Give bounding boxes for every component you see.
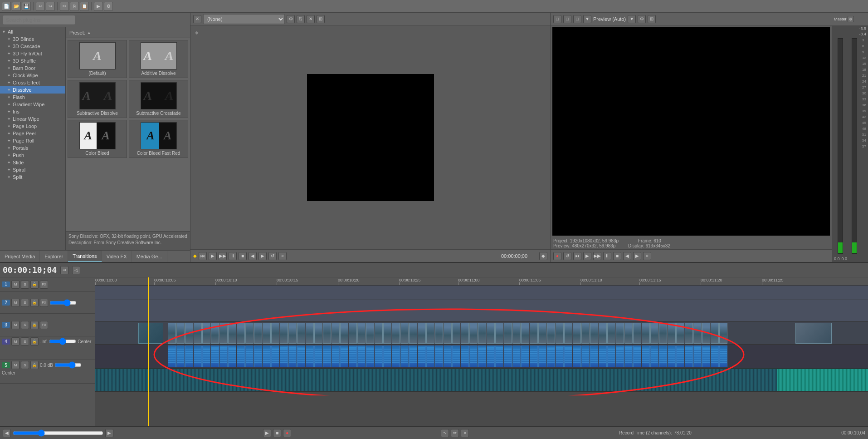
audio-clip-48[interactable] bbox=[581, 345, 590, 367]
video-clip-1[interactable] bbox=[176, 323, 185, 344]
track-mute-1[interactable]: M bbox=[11, 281, 20, 289]
preview-expand-btn[interactable]: ⊞ bbox=[317, 15, 325, 23]
r-play-fast-btn[interactable]: ▶▶ bbox=[593, 252, 601, 260]
track-volume-5[interactable] bbox=[54, 363, 82, 367]
category-3d-blinds[interactable]: ✦ 3D Blinds bbox=[0, 35, 65, 43]
audio-clip-7[interactable] bbox=[228, 345, 236, 367]
audio-clip-28[interactable] bbox=[409, 345, 417, 367]
audio-clip-37[interactable] bbox=[487, 345, 495, 367]
video-clip-9[interactable] bbox=[245, 323, 254, 344]
audio-clip-49[interactable] bbox=[590, 345, 598, 367]
category-spiral[interactable]: ✦ Spiral bbox=[0, 166, 65, 173]
preset-additive-dissolve[interactable]: A A Additive Dissolve bbox=[129, 40, 188, 78]
open-btn[interactable]: 📂 bbox=[12, 2, 21, 11]
audio-clip-64[interactable] bbox=[719, 345, 727, 367]
audio-clip-26[interactable] bbox=[392, 345, 400, 367]
track-fx-1[interactable]: FX bbox=[40, 281, 48, 289]
audio-clip-4[interactable] bbox=[202, 345, 210, 367]
tl-btn2[interactable]: ◁ bbox=[72, 266, 80, 274]
preview-close-btn[interactable]: ✕ bbox=[307, 15, 315, 23]
video-clip-19[interactable] bbox=[332, 323, 340, 344]
right-panel-btn1[interactable]: □ bbox=[553, 15, 561, 23]
redo-btn[interactable]: ↪ bbox=[46, 2, 55, 11]
category-page-loop[interactable]: ✦ Page Loop bbox=[0, 123, 65, 130]
track-solo-2[interactable]: S bbox=[21, 299, 29, 307]
clip-end-thumb[interactable] bbox=[795, 323, 832, 344]
audio-clip-0[interactable] bbox=[168, 345, 176, 367]
audio-clip-36[interactable] bbox=[478, 345, 486, 367]
audio-clip-14[interactable] bbox=[288, 345, 297, 367]
video-clip-10[interactable] bbox=[254, 323, 262, 344]
r-loop-btn[interactable]: ↺ bbox=[563, 252, 571, 260]
tl-tool-edit[interactable]: ✏ bbox=[451, 429, 459, 437]
audio-clip-44[interactable] bbox=[547, 345, 555, 367]
right-panel-btn4[interactable]: ▼ bbox=[583, 15, 591, 23]
video-clip-63[interactable] bbox=[711, 323, 719, 344]
video-clip-17[interactable] bbox=[314, 323, 322, 344]
save-btn[interactable]: 💾 bbox=[22, 2, 31, 11]
audio-clip-51[interactable] bbox=[607, 345, 615, 367]
video-clip-56[interactable] bbox=[650, 323, 658, 344]
track-lock-5[interactable]: 🔒 bbox=[30, 361, 39, 369]
category-iris[interactable]: ✦ Iris bbox=[0, 108, 65, 115]
video-clip-49[interactable] bbox=[590, 323, 598, 344]
audio-clip-24[interactable] bbox=[375, 345, 383, 367]
preview-auto-dropdown[interactable]: ▼ bbox=[628, 15, 636, 23]
video-clip-53[interactable] bbox=[624, 323, 633, 344]
audio-clip-23[interactable] bbox=[366, 345, 374, 367]
video-clip-57[interactable] bbox=[659, 323, 667, 344]
audio-clip-22[interactable] bbox=[357, 345, 366, 367]
video-clip-4[interactable] bbox=[202, 323, 210, 344]
audio-clip-18[interactable] bbox=[323, 345, 331, 367]
video-clip-55[interactable] bbox=[642, 323, 650, 344]
right-panel-btn3[interactable]: □ bbox=[573, 15, 581, 23]
video-clip-24[interactable] bbox=[375, 323, 383, 344]
video-clip-12[interactable] bbox=[271, 323, 279, 344]
video-clip-42[interactable] bbox=[530, 323, 538, 344]
video-clip-39[interactable] bbox=[504, 323, 512, 344]
video-clip-13[interactable] bbox=[280, 323, 288, 344]
audio-clip-52[interactable] bbox=[616, 345, 624, 367]
track-volume-4[interactable] bbox=[49, 340, 76, 343]
audio-clip-29[interactable] bbox=[418, 345, 426, 367]
track-mute-4[interactable]: M bbox=[11, 337, 20, 345]
category-cross-effect[interactable]: ✦ Cross Effect bbox=[0, 79, 65, 86]
audio-clip-41[interactable] bbox=[521, 345, 529, 367]
pause-btn[interactable]: ⏸ bbox=[229, 252, 237, 260]
scroll-up[interactable]: ▲ bbox=[87, 30, 91, 35]
category-gradient-wipe[interactable]: ✦ Gradient Wipe bbox=[0, 101, 65, 108]
undo-btn[interactable]: ↩ bbox=[36, 2, 45, 11]
category-flash[interactable]: ✦ Flash bbox=[0, 94, 65, 101]
category-all[interactable]: ▼ All bbox=[0, 28, 65, 35]
track-volume-2[interactable] bbox=[49, 301, 77, 305]
meter-settings-btn[interactable]: ⚙ bbox=[848, 16, 854, 22]
audio-clip-43[interactable] bbox=[538, 345, 546, 367]
tl-stop-btn[interactable]: ■ bbox=[273, 429, 281, 437]
settings-btn[interactable]: ⚙ bbox=[104, 2, 113, 11]
audio-clip-55[interactable] bbox=[642, 345, 650, 367]
audio-clip-35[interactable] bbox=[469, 345, 478, 367]
video-clip-26[interactable] bbox=[392, 323, 400, 344]
audio-clip-32[interactable] bbox=[444, 345, 452, 367]
next-frame-btn[interactable]: ▶ bbox=[258, 252, 267, 260]
video-clip-64[interactable] bbox=[719, 323, 727, 344]
video-clip-11[interactable] bbox=[263, 323, 271, 344]
timecode-settings-btn[interactable]: ◆ bbox=[539, 252, 547, 260]
video-clip-2[interactable] bbox=[185, 323, 193, 344]
video-clip-33[interactable] bbox=[452, 323, 460, 344]
track-fx-3[interactable]: FX bbox=[40, 321, 48, 329]
audio-clip-17[interactable] bbox=[314, 345, 322, 367]
tl-scroll-left[interactable]: ◀ bbox=[3, 429, 11, 437]
audio-clip-50[interactable] bbox=[599, 345, 607, 367]
cut-btn[interactable]: ✂ bbox=[60, 2, 69, 11]
audio-clip-25[interactable] bbox=[383, 345, 391, 367]
video-clip-38[interactable] bbox=[495, 323, 503, 344]
loop-btn[interactable]: ↺ bbox=[268, 252, 277, 260]
audio-clip-1[interactable] bbox=[176, 345, 185, 367]
preset-color-bleed[interactable]: A A Color Bleed bbox=[68, 120, 127, 158]
video-clip-34[interactable] bbox=[461, 323, 469, 344]
r-more-btn[interactable]: » bbox=[643, 252, 651, 260]
audio-clip-40[interactable] bbox=[512, 345, 521, 367]
preset-subtractive-crossfade[interactable]: A A Subtractive Crossfade bbox=[129, 80, 188, 118]
track-lock-1[interactable]: 🔒 bbox=[30, 281, 39, 289]
